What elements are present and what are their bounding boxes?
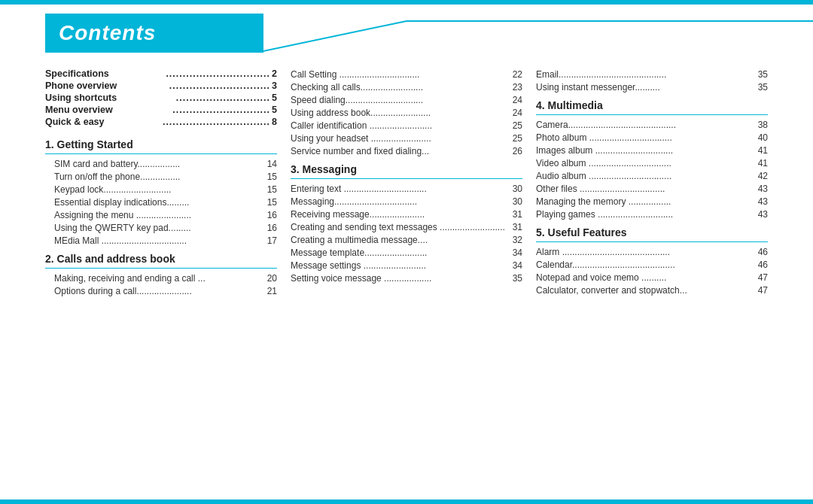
c2-page: 35 [513, 273, 522, 284]
section5-container: 5. Useful Features Alarm ...............… [536, 226, 768, 296]
c3-page: 41 [758, 145, 768, 156]
c3-label: Alarm ..................................… [536, 247, 758, 257]
sub-label: Keypad lock........................... [54, 184, 267, 195]
c3-page: 43 [758, 184, 768, 194]
sub-page: 15 [267, 184, 277, 195]
col2-item: Messaging...............................… [291, 195, 522, 208]
section3-num: 3. [291, 163, 300, 175]
sub-page: 15 [267, 172, 277, 182]
contents-banner: Contents [45, 14, 263, 53]
col2-item: Creating and sending text messages .....… [291, 220, 522, 233]
section1-heading: 1. Getting Started [45, 138, 277, 154]
intro-item: Using shortcuts.........................… [45, 92, 277, 104]
section5-items: Alarm ..................................… [536, 245, 768, 296]
sub-page: 16 [267, 223, 277, 233]
page-title: Contents [59, 21, 156, 45]
c3-label: Calendar................................… [536, 260, 758, 270]
col2-item: Creating a multimedia message....32 [291, 233, 522, 246]
col3-item: Alarm ..................................… [536, 245, 768, 258]
c3-page: 40 [758, 132, 768, 143]
sub-page: 20 [267, 273, 277, 284]
c3-page: 42 [758, 171, 768, 181]
intro-item: Specifications..........................… [45, 68, 277, 80]
c2-label: Entering text ..........................… [291, 184, 513, 194]
col2-item: Service number and fixed dialing...26 [291, 144, 522, 157]
sub-item: Options during a call...................… [45, 284, 277, 297]
column-2: Call Setting ...........................… [291, 60, 536, 489]
sub-item: Using the QWERTY key pad.........16 [45, 221, 277, 234]
intro-label: Quick & easy [45, 117, 163, 127]
c3-page: 47 [758, 285, 768, 296]
intro-label: Menu overview [45, 105, 172, 115]
intro-dots-page: .............................5 [172, 105, 277, 115]
col3-item: Using instant messenger..........35 [536, 80, 768, 93]
section5-num: 5. [536, 226, 545, 238]
c2-label: Service number and fixed dialing... [291, 146, 513, 156]
col3-item: Photo album ............................… [536, 131, 768, 144]
section2-heading: 2. Calls and address book [45, 253, 277, 269]
content-area: Specifications..........................… [45, 60, 768, 489]
sub-label: SIM card and battery................. [54, 159, 267, 169]
col2-item: Message settings .......................… [291, 259, 522, 272]
c3-page: 35 [758, 82, 768, 93]
col2-pre-items: Call Setting ...........................… [291, 68, 522, 157]
bottom-bar [0, 499, 813, 504]
c3-page: 38 [758, 120, 768, 130]
sub-item: Keypad lock...........................15 [45, 183, 277, 196]
section4-heading: 4. Multimedia [536, 99, 768, 115]
section3-container: 3. Messaging Entering text .............… [291, 163, 522, 284]
intro-dots-page: ................................8 [163, 117, 277, 127]
col3-item: Managing the memory .................43 [536, 195, 768, 208]
col3-item: Audio album ............................… [536, 169, 768, 182]
section2-num: 2. [45, 253, 54, 265]
section2-items: Making, receiving and ending a call ...2… [45, 272, 277, 297]
sub-label: Options during a call...................… [54, 286, 267, 296]
sub-item: Turn on/off the phone................15 [45, 170, 277, 183]
c3-label: Managing the memory ................. [536, 196, 758, 207]
top-bar [0, 0, 813, 5]
c2-label: Caller identification ..................… [291, 120, 513, 131]
sub-page: 14 [267, 159, 277, 169]
c2-label: Message settings .......................… [291, 260, 513, 271]
section3-items: Entering text ..........................… [291, 182, 522, 284]
section2-title: Calls and address book [57, 253, 175, 265]
section1-title: Getting Started [57, 138, 133, 150]
c2-page: 22 [513, 69, 522, 80]
section4-container: 4. Multimedia Camera....................… [536, 99, 768, 220]
sub-label: Using the QWERTY key pad......... [54, 223, 267, 233]
c2-label: Message template........................… [291, 247, 513, 258]
intro-dots-page: ............................5 [176, 93, 277, 103]
intro-item: Menu overview...........................… [45, 104, 277, 116]
sub-page: 16 [267, 210, 277, 220]
c2-label: Receiving message...................... [291, 209, 513, 220]
col2-item: Speed dialing...........................… [291, 93, 522, 106]
c2-page: 32 [513, 235, 522, 245]
c3-label: Camera..................................… [536, 120, 758, 130]
col3-pre-items: Email...................................… [536, 68, 768, 93]
col2-item: Caller identification ..................… [291, 119, 522, 132]
c2-page: 25 [513, 133, 522, 144]
intro-dots-page: ...............................2 [166, 68, 277, 79]
c3-label: Playing games ..........................… [536, 209, 758, 220]
section3-heading: 3. Messaging [291, 163, 522, 179]
sub-page: 15 [267, 197, 277, 208]
c2-label: Creating a multimedia message.... [291, 235, 513, 245]
col3-item: Images album ...........................… [536, 144, 768, 156]
c3-page: 35 [758, 69, 768, 80]
c3-page: 43 [758, 209, 768, 220]
section4-num: 4. [536, 99, 545, 111]
c2-page: 24 [513, 108, 522, 118]
section1-num: 1. [45, 138, 54, 150]
col3-item: Playing games ..........................… [536, 208, 768, 220]
c3-page: 43 [758, 196, 768, 207]
c3-page: 46 [758, 260, 768, 270]
c2-page: 34 [513, 260, 522, 271]
sub-label: Essential display indications......... [54, 197, 267, 208]
c2-page: 31 [513, 209, 522, 220]
col3-item: Camera..................................… [536, 118, 768, 131]
sub-item: SIM card and battery.................14 [45, 157, 277, 170]
col3-item: Other files ............................… [536, 182, 768, 195]
c2-label: Setting voice message ..................… [291, 273, 513, 284]
sub-page: 21 [267, 286, 277, 296]
sub-item: Making, receiving and ending a call ...2… [45, 272, 277, 284]
